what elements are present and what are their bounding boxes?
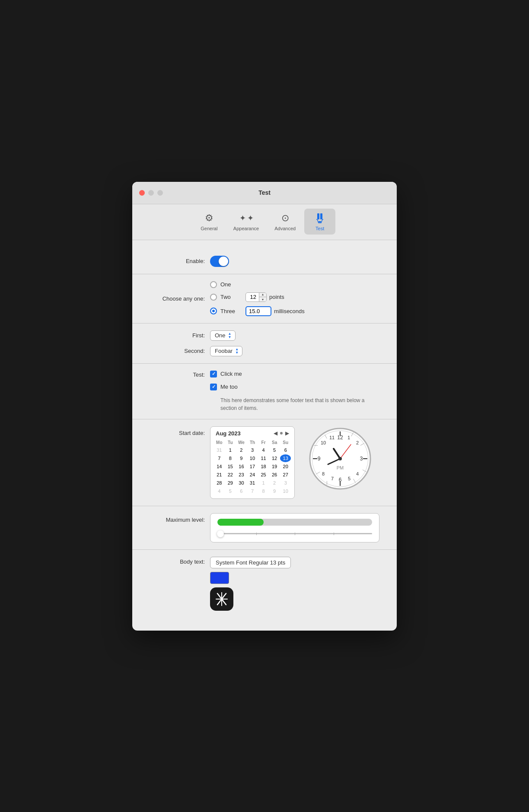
stepper-two-down[interactable]: ▼ — [259, 297, 266, 302]
cal-cell[interactable]: 6 — [280, 446, 291, 454]
slider-thumb[interactable] — [217, 530, 224, 537]
cal-cell[interactable]: 5 — [225, 487, 236, 495]
slider-section-box — [210, 513, 379, 542]
radio-two[interactable] — [210, 294, 217, 301]
calendar-today-dot[interactable] — [280, 432, 283, 435]
titlebar: Test — [132, 182, 397, 204]
first-label: First: — [150, 332, 210, 339]
checkbox-click-me-label: Click me — [220, 371, 242, 377]
cal-cell[interactable]: 27 — [280, 471, 291, 479]
radio-one[interactable] — [210, 281, 217, 288]
cal-cell[interactable]: 9 — [236, 454, 247, 462]
calendar-grid: MoTuWeThFrSaSu31123456789101112131415161… — [214, 439, 291, 495]
choose-row: Choose any one: One Two 12 — [150, 281, 379, 316]
tab-test-label: Test — [315, 226, 324, 231]
cal-cell[interactable]: 31 — [247, 479, 258, 487]
calendar-next[interactable]: ▶ — [285, 430, 289, 436]
cal-cell[interactable]: 7 — [247, 487, 258, 495]
checkbox-click-me[interactable] — [210, 371, 217, 377]
cal-cell[interactable]: 1 — [258, 479, 269, 487]
max-level-label: Maximum level: — [150, 513, 210, 523]
slider-tick-1 — [256, 533, 257, 535]
cal-cell[interactable]: 18 — [258, 463, 269, 470]
first-dropdown[interactable]: One ▲ ▼ — [210, 330, 236, 341]
enable-toggle[interactable] — [210, 256, 229, 267]
cal-header-Sa: Sa — [269, 439, 280, 446]
gear-icon: ⚙ — [205, 212, 214, 224]
cal-cell[interactable]: 12 — [269, 454, 280, 462]
radio-group: One Two 12 ▲ ▼ — [210, 281, 305, 316]
cal-cell[interactable]: 15 — [225, 463, 236, 470]
svg-text:7: 7 — [331, 476, 334, 481]
cal-cell[interactable]: 8 — [258, 487, 269, 495]
cal-cell[interactable]: 31 — [214, 446, 225, 454]
enable-row: Enable: — [150, 256, 379, 267]
cal-cell[interactable]: 19 — [269, 463, 280, 470]
radio-three[interactable] — [210, 308, 217, 314]
cal-cell[interactable]: 4 — [258, 446, 269, 454]
svg-text:12: 12 — [337, 435, 343, 441]
cal-cell[interactable]: 11 — [258, 454, 269, 462]
close-button[interactable] — [139, 190, 145, 196]
cal-cell[interactable]: 4 — [214, 487, 225, 495]
cal-cell[interactable]: 1 — [225, 446, 236, 454]
cal-cell[interactable]: 10 — [247, 454, 258, 462]
cal-cell[interactable]: 7 — [214, 454, 225, 462]
cal-cell[interactable]: 13 — [280, 454, 291, 462]
cal-header-Mo: Mo — [214, 439, 225, 446]
cal-cell[interactable]: 28 — [214, 479, 225, 487]
cal-cell[interactable]: 3 — [247, 446, 258, 454]
cal-cell[interactable]: 26 — [269, 471, 280, 479]
checkbox-me-too[interactable] — [210, 384, 217, 390]
slider-tick-2 — [295, 533, 295, 535]
advanced-icon: ⊙ — [281, 212, 289, 224]
slider-track — [217, 531, 372, 537]
svg-text:9: 9 — [318, 456, 321, 462]
tab-test[interactable]: Test — [304, 209, 335, 235]
cal-cell[interactable]: 16 — [236, 463, 247, 470]
tab-general[interactable]: ⚙ General — [194, 209, 225, 235]
max-level-section: Maximum level: — [132, 506, 397, 550]
cal-cell[interactable]: 25 — [258, 471, 269, 479]
cal-cell[interactable]: 5 — [269, 446, 280, 454]
three-unit: milliseconds — [274, 308, 305, 314]
cal-cell[interactable]: 29 — [225, 479, 236, 487]
stepper-two-arrows: ▲ ▼ — [259, 292, 266, 302]
font-picker-button[interactable]: System Font Regular 13 pts — [210, 557, 291, 568]
cal-cell[interactable]: 23 — [236, 471, 247, 479]
cal-cell[interactable]: 24 — [247, 471, 258, 479]
cal-cell[interactable]: 14 — [214, 463, 225, 470]
color-swatch[interactable] — [210, 572, 229, 584]
second-dropdown[interactable]: Foobar ▲ ▼ — [210, 346, 242, 356]
calendar-prev[interactable]: ◀ — [274, 430, 277, 436]
minimize-button[interactable] — [148, 190, 154, 196]
cal-cell[interactable]: 10 — [280, 487, 291, 495]
test-row: Test: Click me Me too This here demonstr… — [150, 371, 379, 412]
tab-advanced[interactable]: ⊙ Advanced — [268, 209, 303, 235]
slider-wrapper — [210, 513, 379, 542]
cal-cell[interactable]: 20 — [280, 463, 291, 470]
stepper-two-up[interactable]: ▲ — [259, 292, 266, 297]
radio-three-row: Three milliseconds — [210, 306, 305, 316]
cal-cell[interactable]: 2 — [236, 446, 247, 454]
cal-cell[interactable]: 3 — [280, 479, 291, 487]
cal-cell[interactable]: 30 — [236, 479, 247, 487]
tab-appearance[interactable]: ✦ ✦ Appearance — [226, 209, 266, 235]
cal-cell[interactable]: 22 — [225, 471, 236, 479]
cal-cell[interactable]: 21 — [214, 471, 225, 479]
input-three: milliseconds — [245, 306, 305, 316]
cal-cell[interactable]: 8 — [225, 454, 236, 462]
cal-cell[interactable]: 2 — [269, 479, 280, 487]
cal-cell[interactable]: 17 — [247, 463, 258, 470]
toolbar: ⚙ General ✦ ✦ Appearance ⊙ Advanced Test — [132, 204, 397, 240]
svg-text:6: 6 — [339, 477, 342, 483]
dropdowns-section: First: One ▲ ▼ Second: Foobar ▲ ▼ — [132, 324, 397, 364]
cal-cell[interactable]: 9 — [269, 487, 280, 495]
three-text-input[interactable] — [245, 306, 271, 316]
dropdown-down-icon: ▼ — [228, 336, 232, 339]
maximize-button[interactable] — [157, 190, 163, 196]
body-text-label: Body text: — [150, 557, 210, 565]
radio-one-row: One — [210, 281, 305, 288]
cal-cell[interactable]: 6 — [236, 487, 247, 495]
radio-two-row: Two 12 ▲ ▼ points — [210, 292, 305, 302]
